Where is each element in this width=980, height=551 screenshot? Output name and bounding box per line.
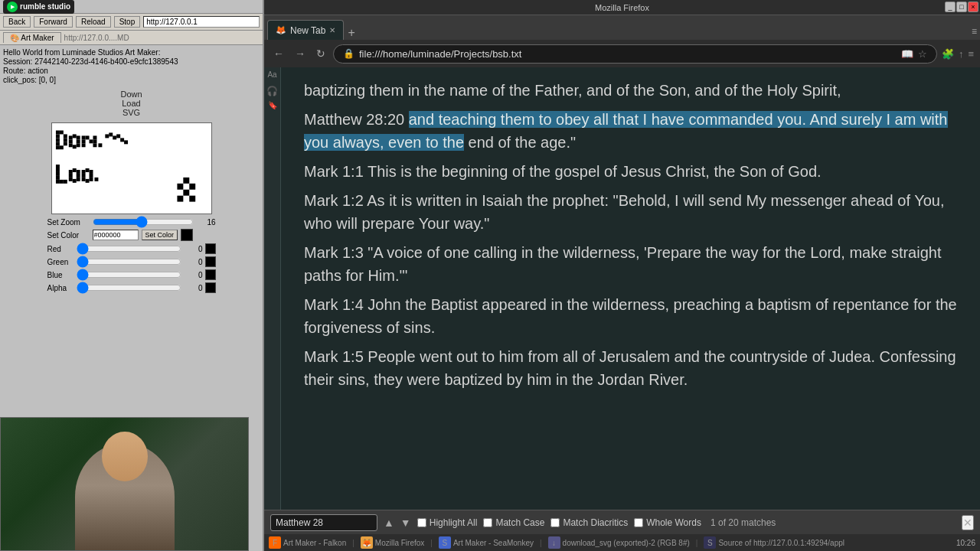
color-input[interactable] <box>93 230 139 240</box>
content-area: Aa 🎧 🔖 baptizing them in the name of the… <box>264 67 980 510</box>
svg-rect-17 <box>76 143 80 147</box>
svg-rect-60 <box>177 196 183 202</box>
left-panel: rumble studio Back Forward Reload Stop 🎨… <box>0 0 264 551</box>
down-label[interactable]: Down <box>120 90 142 99</box>
mark-1-2: Mark 1:2 As it is written in Isaiah the … <box>304 189 957 235</box>
alpha-row: Alpha 0 <box>47 282 216 293</box>
load-label[interactable]: Load <box>122 99 140 108</box>
match-diacritics-checkbox[interactable] <box>550 518 560 527</box>
bookmark-icon[interactable]: ☆ <box>918 48 927 60</box>
svg-rect-62 <box>183 178 189 184</box>
highlight-all-checkbox[interactable] <box>417 518 426 527</box>
rumble-text: rumble studio <box>20 2 70 11</box>
person-body <box>75 443 175 550</box>
find-count: 1 of 20 matches <box>710 517 776 528</box>
url-action-icons: 📖 ☆ <box>901 48 927 60</box>
minimize-button[interactable]: _ <box>945 2 956 12</box>
firefox-title-text: Mozilla Firefox <box>595 3 649 12</box>
mark-1-2-text: As it is written in Isaiah the prophet: … <box>304 192 944 232</box>
status-bar: F Art Maker - Falkon | 🦊 Mozilla Firefox… <box>264 534 980 551</box>
rumble-logo: rumble studio <box>3 0 74 14</box>
find-close-button[interactable]: ✕ <box>962 515 974 530</box>
url-input[interactable] <box>143 16 260 28</box>
match-diacritics-label: Match Diacritics <box>563 517 628 528</box>
pixel-art-canvas[interactable] <box>51 122 212 214</box>
tab-close-icon[interactable]: ✕ <box>329 26 335 34</box>
svg-rect-25 <box>93 143 96 147</box>
svg-rect-53 <box>81 178 85 181</box>
find-next-button[interactable]: ▼ <box>400 517 411 529</box>
svg-rect-44 <box>76 174 80 178</box>
svg-rect-20 <box>81 143 85 147</box>
tab-label: Art Maker <box>21 34 54 42</box>
svg-rect-56 <box>94 178 98 181</box>
new-tab[interactable]: 🦊 New Tab ✕ <box>267 20 344 40</box>
find-input[interactable] <box>270 514 377 531</box>
match-case-checkbox[interactable] <box>483 518 492 527</box>
sync-icon[interactable]: ↑ <box>959 48 964 60</box>
tab-menu-button[interactable]: ≡ <box>972 26 977 37</box>
font-size-icon[interactable]: Aa <box>266 70 279 83</box>
highlight-all-group: Highlight All <box>417 517 478 528</box>
svg-rect-30 <box>116 134 120 138</box>
green-value: 0 <box>184 258 203 266</box>
mark-1-3: Mark 1:3 "A voice of one calling in the … <box>304 241 957 287</box>
stop-button[interactable]: Stop <box>114 16 141 28</box>
mark-1-1-text: This is the beginning of the gospel of J… <box>364 163 822 180</box>
blue-slider[interactable] <box>77 271 181 279</box>
svg-rect-8 <box>63 142 67 145</box>
mark-1-5-ref: Mark 1:5 <box>304 348 364 365</box>
svg-label[interactable]: SVG <box>122 108 140 117</box>
set-color-button[interactable]: Set Color <box>142 230 178 240</box>
firefox-title-bar: Mozilla Firefox _ □ × <box>264 0 980 15</box>
fx-reload-button[interactable]: ↻ <box>313 46 328 61</box>
maximize-button[interactable]: □ <box>956 2 967 12</box>
svg-rect-10 <box>68 135 72 139</box>
matthew-end-text: end of the age." <box>464 134 576 151</box>
svg-rect-4 <box>55 145 59 149</box>
info-line4: click_pos: [0, 0] <box>3 76 260 84</box>
seamonkey-icon: S <box>439 536 451 549</box>
art-maker-tab[interactable]: 🎨 Art Maker <box>3 32 61 43</box>
svg-rect-43 <box>68 174 72 178</box>
matthew-28-20: Matthew 28:20 and teaching them to obey … <box>304 108 957 154</box>
find-prev-button[interactable]: ▲ <box>384 517 394 529</box>
status-label-5: Source of http://127.0.0.1:49294/appl <box>718 539 844 547</box>
new-tab-button[interactable]: + <box>344 26 358 40</box>
reload-button[interactable]: Reload <box>76 16 111 28</box>
svg-rect-15 <box>68 143 72 147</box>
red-label: Red <box>47 245 74 253</box>
svg-rect-3 <box>55 142 59 145</box>
zoom-slider[interactable] <box>93 217 194 227</box>
fx-forward-button[interactable]: → <box>292 46 309 61</box>
back-button[interactable]: Back <box>3 16 31 28</box>
headphones-icon[interactable]: 🎧 <box>266 86 279 98</box>
matthew-ref: Matthew 28:20 <box>304 111 409 128</box>
mark-1-1: Mark 1:1 This is the beginning of the go… <box>304 160 957 183</box>
zoom-value: 16 <box>197 218 216 227</box>
svg-rect-22 <box>89 139 93 143</box>
match-case-label: Match Case <box>495 517 544 528</box>
fx-back-button[interactable]: ← <box>270 46 287 61</box>
green-slider[interactable] <box>77 258 181 266</box>
tab-bar: 🎨 Art Maker http://127.0.0....MD <box>0 31 263 45</box>
menu-icon[interactable]: ≡ <box>968 48 974 60</box>
bookmark-side-icon[interactable]: 🔖 <box>266 101 279 113</box>
svg-rect-33 <box>55 165 59 168</box>
fx-url-bar[interactable]: 🔒 file:///home/luminade/Projects/bsb.txt… <box>333 44 937 64</box>
whole-words-checkbox[interactable] <box>634 518 643 527</box>
rumble-icon <box>7 2 18 12</box>
mark-1-4-text: John the Baptist appeared in the wildern… <box>304 296 957 336</box>
zoom-row: Set Zoom 16 <box>47 217 216 227</box>
extensions-icon[interactable]: 🧩 <box>942 48 954 60</box>
alpha-slider[interactable] <box>77 284 181 292</box>
firefox-icon: 🦊 <box>361 536 373 549</box>
forward-button[interactable]: Forward <box>34 16 73 28</box>
mark-1-3-ref: Mark 1:3 <box>304 244 364 261</box>
red-slider[interactable] <box>77 245 181 253</box>
close-button[interactable]: × <box>968 2 978 12</box>
mark-1-1-ref: Mark 1:1 <box>304 163 364 180</box>
green-row: Green 0 <box>47 256 216 267</box>
reader-icon[interactable]: 📖 <box>901 48 913 60</box>
right-panel: Mozilla Firefox _ □ × 🦊 New Tab ✕ + ≡ ← … <box>264 0 980 551</box>
